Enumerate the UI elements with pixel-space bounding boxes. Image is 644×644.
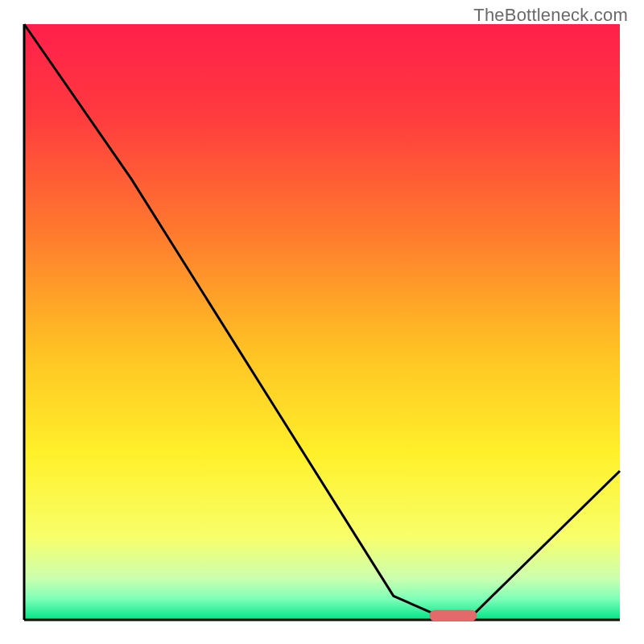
watermark-label: TheBottleneck.com <box>473 5 628 26</box>
gradient-background <box>24 24 620 620</box>
bottleneck-chart <box>0 0 644 644</box>
chart-container: TheBottleneck.com <box>0 0 644 644</box>
optimum-marker <box>429 610 477 621</box>
